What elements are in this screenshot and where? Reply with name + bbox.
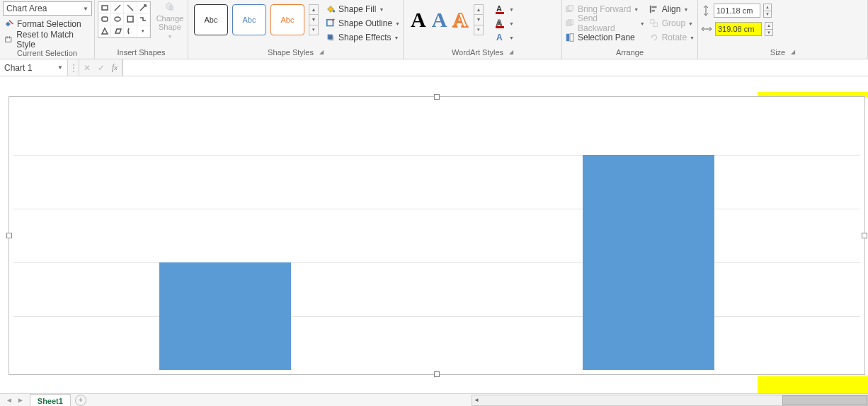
sheet-tab-bar: ◄ ► Sheet1 + ◄ (0, 393, 868, 406)
group-wordart-styles: A A A ▲ ▼ ▾ A ▼ A ▼ A (404, 0, 562, 59)
sheet-nav-next-icon[interactable]: ► (17, 396, 24, 404)
cancel-icon[interactable]: ✕ (84, 63, 91, 73)
wordart-expand[interactable]: ▲ ▼ ▾ (474, 4, 484, 35)
scroll-left-icon[interactable]: ◄ (474, 395, 479, 405)
text-fill-button[interactable]: A ▼ (495, 3, 514, 16)
width-spinner[interactable]: ▲▼ (765, 22, 773, 36)
svg-rect-13 (496, 12, 504, 14)
more-icon[interactable]: ▾ (309, 25, 318, 35)
sheet-nav-prev-icon[interactable]: ◄ (6, 396, 13, 404)
shape-parallelogram-icon[interactable] (111, 25, 124, 37)
chevron-up-icon[interactable]: ▲ (309, 5, 318, 15)
formula-bar-opts[interactable]: ⋮ (68, 59, 79, 76)
svg-rect-15 (496, 26, 504, 28)
shape-fill-button[interactable]: Shape Fill ▼ (326, 3, 400, 16)
shape-fill-label: Shape Fill (338, 4, 376, 14)
shape-style-gallery[interactable]: Abc Abc Abc ▲ ▼ ▾ (191, 1, 321, 38)
shape-oval-icon[interactable] (111, 14, 124, 26)
chevron-up-icon[interactable]: ▲ (763, 4, 772, 11)
shape-style-3[interactable]: Abc (270, 4, 304, 35)
height-spinner[interactable]: ▲▼ (763, 4, 772, 18)
shape-outline-button[interactable]: Shape Outline ▼ (326, 17, 400, 30)
chevron-down-icon[interactable]: ▼ (309, 15, 318, 25)
wordart-style-2[interactable]: A (432, 8, 447, 32)
pen-outline-icon (326, 18, 336, 28)
group-insert-shapes: ▾ Change Shape ▼ Insert Shapes (95, 0, 188, 59)
worksheet-area[interactable] (0, 76, 868, 393)
chevron-down-icon: ▼ (640, 21, 645, 26)
shape-height-input[interactable]: 101.18 cm (714, 4, 760, 18)
svg-rect-1 (102, 6, 108, 10)
horizontal-scrollbar[interactable]: ◄ (472, 395, 868, 406)
chart-series[interactable] (13, 101, 860, 370)
text-effects-button[interactable]: A ▼ (495, 31, 514, 44)
dialog-launcher-icon[interactable]: ◢ (791, 47, 795, 57)
name-box[interactable]: Chart 1 ▼ (0, 59, 68, 76)
chevron-down-icon[interactable]: ▼ (765, 29, 773, 37)
scrollbar-thumb[interactable] (782, 395, 867, 405)
wordart-gallery[interactable]: A A A ▲ ▼ ▾ (406, 1, 488, 38)
shape-connector-icon[interactable] (137, 14, 150, 26)
group-size: 101.18 cm ▲▼ 319.08 cm ▲▼ Size ◢ (698, 0, 868, 59)
group-button[interactable]: Group ▼ (649, 17, 695, 30)
shape-style-expand[interactable]: ▲ ▼ ▾ (309, 4, 319, 35)
shape-effects-button[interactable]: Shape Effects ▼ (326, 31, 400, 44)
bring-forward-label: Bring Forward (578, 4, 631, 14)
shape-width-input[interactable]: 319.08 cm (715, 22, 762, 36)
chart-plot-area[interactable] (13, 101, 860, 370)
chart-elements-dropdown[interactable]: Chart Area ▼ (3, 1, 92, 16)
resize-handle[interactable] (862, 233, 867, 238)
width-icon (701, 24, 712, 34)
wordart-style-3[interactable]: A (452, 8, 468, 32)
dialog-launcher-icon[interactable]: ◢ (509, 47, 513, 57)
shape-style-1[interactable]: Abc (194, 4, 228, 35)
chart-object[interactable] (8, 96, 865, 375)
resize-handle[interactable] (434, 94, 440, 100)
shape-line2-icon[interactable] (124, 2, 137, 14)
shape-roundrect-icon[interactable] (98, 14, 111, 26)
effects-icon (326, 33, 336, 42)
formula-buttons: ✕ ✓ fx (79, 59, 122, 76)
change-shape-button[interactable]: Change Shape ▼ (155, 1, 185, 41)
chevron-down-icon[interactable]: ▼ (763, 11, 772, 18)
wordart-style-1[interactable]: A (411, 8, 426, 32)
selection-pane-button[interactable]: Selection Pane (565, 31, 645, 44)
more-icon[interactable]: ▾ (474, 25, 483, 35)
align-button[interactable]: Align ▼ (649, 3, 695, 16)
svg-point-8 (333, 10, 336, 13)
group-label: Group (662, 18, 685, 28)
new-sheet-button[interactable]: + (75, 395, 86, 406)
shapes-gallery[interactable]: ▾ (98, 1, 151, 38)
shape-brace-icon[interactable] (124, 25, 137, 37)
chevron-down-icon: ▼ (690, 35, 695, 40)
chevron-down-icon[interactable]: ▼ (474, 15, 483, 25)
shape-triangle-icon[interactable] (98, 25, 111, 37)
dialog-launcher-icon[interactable]: ◢ (319, 47, 324, 57)
chart-bar-1[interactable] (159, 262, 291, 370)
shape-style-2[interactable]: Abc (232, 4, 266, 35)
rotate-button[interactable]: Rotate ▼ (649, 31, 695, 44)
reset-to-match-style-button[interactable]: Reset to Match Style (3, 33, 91, 47)
shape-arrow-icon[interactable] (137, 2, 150, 14)
shape-rect-icon[interactable] (98, 2, 111, 14)
chevron-down-icon: ▼ (394, 35, 399, 40)
text-effects-icon: A (495, 32, 506, 43)
shape-hex-icon[interactable] (124, 14, 137, 26)
chart-bar-2[interactable] (583, 155, 714, 370)
send-backward-button[interactable]: Send Backward ▼ (565, 17, 645, 30)
group-title-shape-styles: Shape Styles (268, 47, 314, 57)
shape-line-icon[interactable] (111, 2, 124, 14)
formula-input[interactable] (122, 59, 868, 76)
rotate-label: Rotate (662, 33, 687, 42)
format-selection-button[interactable]: Format Selection (3, 17, 91, 31)
chevron-up-icon[interactable]: ▲ (765, 22, 773, 29)
fx-icon[interactable]: fx (112, 62, 118, 73)
chevron-down-icon: ▼ (395, 21, 400, 26)
sheet-tab-active[interactable]: Sheet1 (30, 394, 71, 407)
enter-icon[interactable]: ✓ (98, 63, 105, 73)
resize-handle[interactable] (434, 371, 440, 377)
chevron-up-icon[interactable]: ▲ (474, 5, 483, 15)
resize-handle[interactable] (6, 233, 12, 238)
gallery-more-icon[interactable]: ▾ (137, 25, 150, 37)
text-outline-button[interactable]: A ▼ (495, 17, 514, 30)
